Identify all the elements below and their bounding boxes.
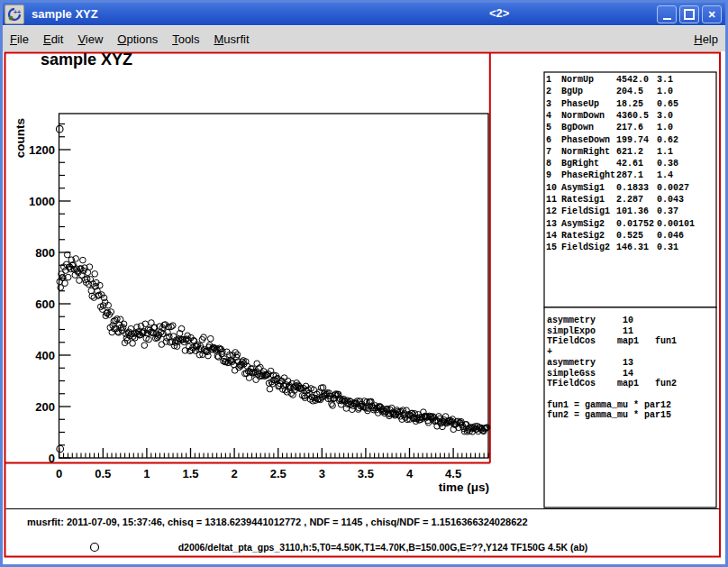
svg-text:4.5: 4.5 (445, 467, 461, 480)
svg-text:3: 3 (546, 99, 551, 109)
svg-text:FieldSig1: FieldSig1 (561, 206, 610, 216)
svg-text:0.37: 0.37 (657, 206, 678, 216)
svg-text:9: 9 (546, 170, 551, 180)
plot-canvas[interactable]: sample XYZ counts time (μs) 1NormUp4542.… (3, 51, 725, 564)
svg-text:NormUp: NormUp (561, 75, 594, 85)
menu-musrfit[interactable]: Musrfit (214, 32, 250, 46)
svg-text:2: 2 (231, 467, 237, 480)
svg-text:++: ++ (14, 9, 21, 15)
musrview-window: ++ sample XYZ <2> ✕ File Edit View Optio… (0, 0, 728, 567)
svg-text:PhaseRight: PhaseRight (561, 170, 615, 180)
svg-text:3.5: 3.5 (358, 467, 374, 480)
menu-help[interactable]: Help (694, 32, 718, 46)
root-logo-icon: ++ (7, 7, 22, 22)
svg-text:14: 14 (546, 231, 557, 241)
svg-text:AsymSig2: AsymSig2 (561, 219, 605, 229)
svg-text:146.31: 146.31 (616, 242, 649, 252)
parameter-rows: 1NormUp4542.03.12BgUp204.51.03PhaseUp18.… (546, 75, 695, 252)
maximize-icon (684, 9, 695, 20)
svg-text:18.25: 18.25 (616, 99, 643, 109)
window-title-counter: <2> (489, 6, 509, 20)
svg-text:0.5: 0.5 (95, 467, 111, 480)
svg-text:BgUp: BgUp (561, 87, 583, 96)
svg-text:4360.5: 4360.5 (616, 111, 649, 121)
svg-text:PhaseUp: PhaseUp (561, 99, 599, 109)
svg-text:1.4: 1.4 (657, 170, 673, 180)
minimize-icon (663, 18, 671, 20)
svg-text:0.1833: 0.1833 (616, 183, 649, 193)
menu-edit[interactable]: Edit (43, 32, 63, 46)
svg-text:fun1 = gamma_mu * par12: fun1 = gamma_mu * par12 (547, 400, 671, 410)
app-icon[interactable]: ++ (5, 5, 24, 24)
svg-text:BgDown: BgDown (561, 123, 594, 133)
minimize-button[interactable] (657, 5, 677, 23)
svg-text:NormDown: NormDown (561, 111, 605, 121)
x-axis-title: time (μs) (439, 480, 489, 494)
svg-text:0.043: 0.043 (657, 195, 684, 205)
svg-text:200: 200 (35, 400, 55, 414)
svg-text:FieldSig2: FieldSig2 (561, 242, 610, 252)
svg-text:4: 4 (546, 111, 551, 121)
svg-text:0.01752: 0.01752 (616, 219, 654, 229)
svg-text:600: 600 (35, 297, 55, 311)
svg-text:621.2: 621.2 (616, 147, 643, 157)
plot-frame (59, 114, 489, 458)
menu-bar: File Edit View Options Tools Musrfit Hel… (3, 25, 725, 52)
svg-text:NormRight: NormRight (561, 147, 610, 157)
svg-text:0.62: 0.62 (657, 135, 678, 145)
svg-text:PhaseDown: PhaseDown (561, 135, 610, 145)
svg-text:+: + (547, 347, 552, 357)
svg-text:RateSig2: RateSig2 (561, 231, 605, 241)
svg-text:11: 11 (546, 195, 557, 205)
svg-text:simplExpo 11: simplExpo 11 (547, 326, 633, 336)
svg-text:0.65: 0.65 (657, 99, 678, 109)
svg-text:0.0027: 0.0027 (657, 183, 689, 193)
svg-text:1: 1 (143, 467, 150, 480)
svg-text:0.38: 0.38 (657, 159, 678, 169)
svg-text:42.61: 42.61 (616, 159, 643, 169)
menu-options[interactable]: Options (117, 32, 158, 46)
menu-view[interactable]: View (77, 32, 103, 46)
svg-text:TFieldCos map1 fun2: TFieldCos map1 fun2 (547, 379, 677, 389)
fit-status-text: musrfit: 2011-07-09, 15:37:46, chisq = 1… (27, 517, 528, 527)
svg-text:TFieldCos map1 fun1: TFieldCos map1 fun1 (547, 336, 677, 346)
data-points (56, 125, 489, 452)
svg-text:1: 1 (546, 75, 551, 85)
svg-text:1000: 1000 (29, 195, 55, 208)
svg-text:simpleGss 14: simpleGss 14 (547, 369, 633, 379)
svg-text:AsymSig1: AsymSig1 (561, 183, 605, 193)
close-icon: ✕ (707, 10, 715, 20)
svg-text:0.00101: 0.00101 (657, 219, 695, 229)
svg-text:fun2 = gamma_mu * par15: fun2 = gamma_mu * par15 (547, 410, 671, 420)
svg-text:101.36: 101.36 (616, 206, 649, 216)
svg-text:4542.0: 4542.0 (616, 75, 649, 85)
menu-file[interactable]: File (10, 32, 29, 46)
svg-text:RateSig1: RateSig1 (561, 195, 605, 205)
svg-text:asymmetry 10: asymmetry 10 (547, 316, 633, 325)
svg-text:15: 15 (546, 242, 557, 252)
svg-text:0.525: 0.525 (616, 231, 643, 241)
svg-text:asymmetry 13: asymmetry 13 (547, 358, 633, 368)
svg-text:8: 8 (546, 159, 551, 169)
close-button[interactable]: ✕ (702, 5, 722, 23)
svg-text:2.287: 2.287 (616, 195, 643, 205)
title-bar[interactable]: ++ sample XYZ <2> ✕ (3, 3, 725, 25)
svg-text:10: 10 (546, 183, 557, 193)
svg-text:800: 800 (35, 246, 55, 260)
window-title: sample XYZ (32, 7, 98, 21)
svg-text:3: 3 (319, 467, 325, 480)
maximize-button[interactable] (679, 5, 699, 23)
svg-text:3.1: 3.1 (657, 75, 673, 85)
svg-text:0.046: 0.046 (657, 231, 684, 241)
y-axis-title: counts (14, 118, 27, 158)
svg-text:0: 0 (56, 467, 62, 480)
root-canvas[interactable]: sample XYZ counts time (μs) 1NormUp4542.… (3, 51, 725, 564)
svg-text:2: 2 (546, 87, 551, 96)
svg-text:204.5: 204.5 (616, 87, 643, 96)
svg-text:199.74: 199.74 (616, 135, 649, 145)
menu-tools[interactable]: Tools (172, 32, 199, 46)
svg-text:4: 4 (406, 467, 414, 480)
svg-text:0: 0 (49, 452, 55, 465)
plot-title: sample XYZ (41, 51, 132, 69)
svg-text:5: 5 (546, 123, 551, 133)
